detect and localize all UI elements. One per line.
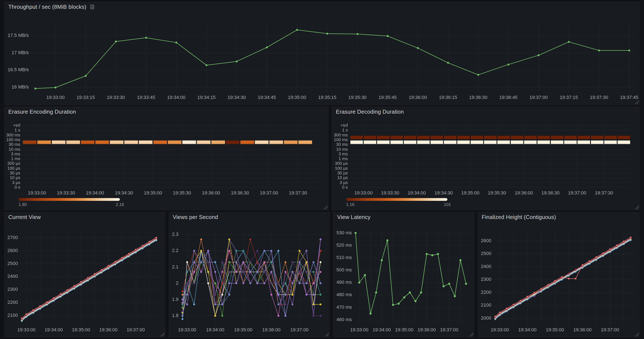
current-view-chart[interactable] (4, 222, 165, 337)
panel-current-view: Current View (4, 212, 165, 337)
panel-title[interactable]: Erasure Encoding Duration (8, 108, 76, 115)
view-latency-chart[interactable] (333, 222, 474, 337)
panel-header-view-latency[interactable]: View Latency (333, 212, 474, 222)
panel-title[interactable]: Throughput / sec (8MiB blocks) (8, 4, 86, 10)
panel-title[interactable]: Views per Second (173, 214, 218, 220)
panel-views-per-second: Views per Second (169, 212, 330, 337)
panel-erasure-decoding-duration: Erasure Decoding Duration 1.16 101 (332, 106, 640, 210)
panel-header-encoding[interactable]: Erasure Encoding Duration (4, 107, 328, 116)
panel-header-throughput[interactable]: Throughput / sec (8MiB blocks) (4, 2, 640, 12)
panel-resize-handle[interactable] (634, 100, 639, 104)
panel-resize-handle[interactable] (324, 332, 329, 336)
panel-resize-handle[interactable] (634, 332, 639, 336)
panel-header-finalized-height[interactable]: Finalized Height (Contiguous) (478, 212, 640, 222)
throughput-chart[interactable] (4, 12, 640, 105)
finalized-height-chart[interactable] (478, 222, 640, 337)
panel-header-views-per-second[interactable]: Views per Second (169, 212, 330, 222)
color-gradient-bar (18, 198, 120, 201)
decoding-heatmap[interactable] (332, 116, 640, 210)
panel-description-icon[interactable] (90, 4, 95, 10)
panel-finalized-height: Finalized Height (Contiguous) (478, 212, 640, 337)
views-per-second-chart[interactable] (169, 222, 330, 337)
panel-resize-handle[interactable] (160, 332, 164, 336)
legend-min-value: 1.16 (346, 202, 354, 207)
panel-view-latency: View Latency (333, 212, 474, 337)
color-gradient-bar (346, 198, 448, 201)
panel-erasure-encoding-duration: Erasure Encoding Duration 1.80 2.18 (4, 106, 328, 210)
panel-title[interactable]: Finalized Height (Contiguous) (482, 214, 556, 220)
panel-resize-handle[interactable] (323, 205, 328, 209)
panel-resize-handle[interactable] (634, 205, 639, 209)
legend-max-value: 2.18 (116, 202, 124, 207)
panel-header-decoding[interactable]: Erasure Decoding Duration (332, 107, 640, 116)
legend-min-value: 1.80 (18, 202, 27, 207)
heatmap-color-legend: 1.80 2.18 (18, 198, 120, 208)
panel-title[interactable]: Erasure Decoding Duration (336, 108, 404, 115)
legend-max-value: 101 (444, 202, 451, 207)
panel-resize-handle[interactable] (469, 332, 474, 336)
panel-title[interactable]: View Latency (337, 214, 370, 220)
panel-title[interactable]: Current View (8, 214, 41, 220)
panel-throughput: Throughput / sec (8MiB blocks) (4, 2, 640, 105)
panel-header-current-view[interactable]: Current View (4, 212, 165, 222)
heatmap-color-legend: 1.16 101 (346, 198, 448, 208)
encoding-heatmap[interactable] (4, 116, 328, 210)
